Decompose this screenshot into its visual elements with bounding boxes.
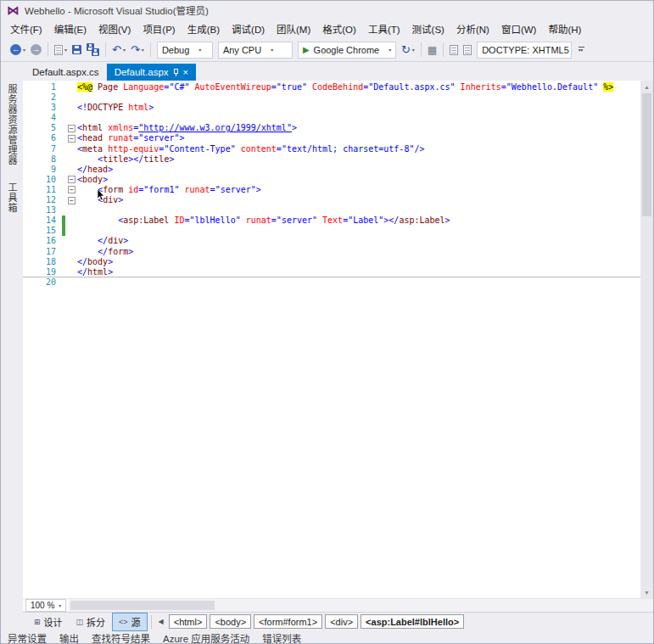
menu-item[interactable]: 格式(O) [316,20,362,38]
editor[interactable]: 1<%@ Page Language="C#" AutoEventWireup=… [23,81,653,598]
panel-tab[interactable]: 异常设置 [8,631,47,644]
code-text[interactable]: </div> [77,236,640,246]
uncomment-icon[interactable] [461,41,474,59]
source-view-button[interactable]: <>源 [112,613,148,631]
undo-icon[interactable]: ↶▾ [109,41,128,59]
menu-item[interactable]: 团队(M) [271,20,316,38]
scroll-down-icon[interactable]: ▼ [640,586,653,598]
code-text[interactable] [77,205,640,216]
side-tab[interactable]: 服务器资源管理器 [5,84,19,165]
fold-toggle[interactable]: − [68,197,75,204]
breadcrumb-item[interactable]: <div> [325,614,358,629]
new-file-icon[interactable]: ▾ [52,41,70,59]
navigate-forward-icon[interactable]: → [28,41,44,59]
design-view-button[interactable]: ⊞设计 [27,613,70,631]
fold-toggle[interactable]: − [68,186,75,193]
floppy-stack-glyph [87,43,99,56]
code-text[interactable] [77,277,640,288]
menu-item[interactable]: 生成(B) [182,20,226,38]
fold-toggle[interactable]: − [68,125,75,132]
code-text[interactable]: <body> [77,175,640,185]
code-line: 6−<head runat="server"> [23,133,640,143]
panel-tab[interactable]: Azure 应用服务活动 [163,631,249,644]
save-icon[interactable] [70,41,84,59]
tag-breadcrumb: ◀<html><body><form#form1><div><asp:Label… [155,614,467,629]
fold-column [66,82,77,92]
code-text[interactable]: <title></title> [77,154,640,165]
fold-toggle[interactable]: − [68,135,75,143]
menu-item[interactable]: 分析(N) [450,20,495,38]
fold-column [66,226,77,236]
change-marker [62,216,65,226]
breadcrumb-item[interactable]: <asp:Label#lblHello> [361,614,464,629]
document-tabstrip: Default.aspx.csDefault.aspx× [23,62,653,81]
comment-icon[interactable] [447,41,461,59]
code-text[interactable] [77,226,640,236]
menu-item[interactable]: 窗口(W) [495,20,543,38]
menu-item[interactable]: 文件(F) [4,20,48,38]
scrollbar-thumb[interactable] [642,93,651,216]
code-text[interactable]: <head runat="server"> [77,133,640,143]
menu-item[interactable]: 工具(T) [362,20,406,38]
redo-icon[interactable]: ↷▾ [128,41,147,59]
breadcrumb-item[interactable]: <html> [169,614,208,629]
document-tab[interactable]: Default.aspx.cs [25,64,107,81]
code-text[interactable]: <form id="form1" runat="server"> [77,185,640,195]
menu-item[interactable]: 测试(S) [406,20,450,38]
pin-icon[interactable] [174,69,178,74]
fold-column [66,144,77,154]
menu-item[interactable]: 视图(V) [92,20,137,38]
format-document-icon[interactable]: ▦ [425,41,439,59]
toolbar-overflow-icon[interactable]: ▾ [579,47,584,53]
code-text[interactable]: <%@ Page Language="C#" AutoEventWireup="… [77,82,640,92]
fold-toggle[interactable]: − [68,176,75,183]
vertical-scrollbar[interactable]: ▲ ▼ [640,81,653,598]
refresh-icon[interactable]: ↻▾ [399,41,417,59]
code-text[interactable]: <!DOCTYPE html> [77,103,640,113]
viewbar-separator [151,615,152,629]
debug-config-select[interactable]: Debug▾ [157,42,213,59]
scrollbar-thumb[interactable] [70,601,215,610]
source-view-icon: <> [119,618,128,626]
save-all-icon[interactable] [84,41,102,59]
split-view-button[interactable]: ◫拆分 [70,613,113,631]
panel-tab[interactable]: 错误列表 [262,631,301,644]
code-text[interactable] [77,113,640,123]
breadcrumb-item[interactable]: <body> [210,614,251,629]
menu-item[interactable]: 项目(P) [137,20,181,38]
zoom-select[interactable]: 100 %▾ [25,599,66,612]
breadcrumb-back-icon[interactable]: ◀ [159,618,164,625]
panel-tab[interactable]: 输出 [59,631,79,644]
doctype-select[interactable]: DOCTYPE: XHTML5▾ [477,42,572,59]
start-debug-button[interactable]: ▶Google Chrome▾ [298,42,396,59]
fold-column [66,247,77,257]
code-text[interactable]: </head> [77,165,640,175]
side-tab[interactable]: 工具箱 [5,182,19,213]
code-text[interactable]: </body> [77,257,640,267]
menu-item[interactable]: 调试(D) [226,20,271,38]
code-editor[interactable]: 1<%@ Page Language="C#" AutoEventWireup=… [23,81,640,598]
code-text[interactable]: <meta http-equiv="Content-Type" content=… [77,144,640,154]
menu-item[interactable]: 编辑(E) [48,20,92,38]
panel-tab[interactable]: 查找符号结果 [92,631,150,644]
close-icon[interactable]: × [183,68,188,77]
navigate-backward-icon[interactable]: ←▾ [8,41,28,59]
document-tab[interactable]: Default.aspx× [107,64,196,81]
horizontal-scrollbar[interactable] [69,599,640,612]
scroll-up-icon[interactable]: ▲ [640,81,653,92]
code-text[interactable]: </form> [77,247,640,257]
gutter-space [62,103,65,113]
menu-item[interactable]: 帮助(H) [542,20,587,38]
code-line: 13 [23,205,640,216]
platform-select[interactable]: Any CPU▾ [218,42,293,59]
undo-glyph: ↶ [112,44,121,55]
code-text[interactable]: <div> [77,195,640,205]
code-text[interactable]: </html> [77,267,640,277]
code-text[interactable]: <asp:Label ID="lblHello" runat="server" … [77,216,640,226]
code-text[interactable] [77,92,640,103]
line-number: 12 [23,195,62,205]
code-text[interactable]: <html xmlns="http://www.w3.org/1999/xhtm… [77,123,640,133]
breadcrumb-item[interactable]: <form#form1> [254,614,322,629]
line-number: 6 [23,133,62,143]
gutter-space [62,113,65,123]
